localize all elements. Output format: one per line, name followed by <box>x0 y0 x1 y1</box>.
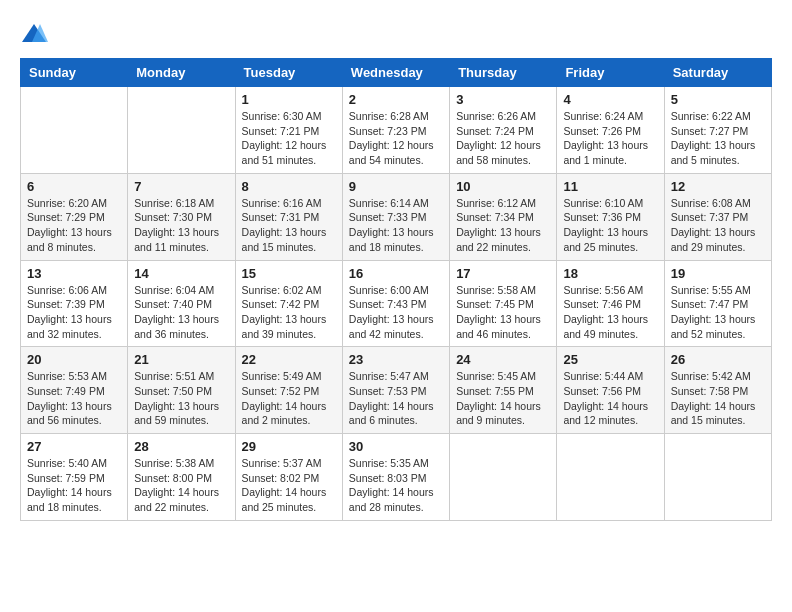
calendar-cell <box>557 434 664 521</box>
day-header-thursday: Thursday <box>450 59 557 87</box>
day-number: 8 <box>242 179 336 194</box>
calendar-cell: 24Sunrise: 5:45 AM Sunset: 7:55 PM Dayli… <box>450 347 557 434</box>
day-info: Sunrise: 6:06 AM Sunset: 7:39 PM Dayligh… <box>27 283 121 342</box>
day-header-wednesday: Wednesday <box>342 59 449 87</box>
calendar-cell: 22Sunrise: 5:49 AM Sunset: 7:52 PM Dayli… <box>235 347 342 434</box>
page-header <box>20 20 772 48</box>
calendar-cell: 15Sunrise: 6:02 AM Sunset: 7:42 PM Dayli… <box>235 260 342 347</box>
calendar-week-5: 27Sunrise: 5:40 AM Sunset: 7:59 PM Dayli… <box>21 434 772 521</box>
calendar-week-3: 13Sunrise: 6:06 AM Sunset: 7:39 PM Dayli… <box>21 260 772 347</box>
calendar-cell: 4Sunrise: 6:24 AM Sunset: 7:26 PM Daylig… <box>557 87 664 174</box>
day-info: Sunrise: 6:02 AM Sunset: 7:42 PM Dayligh… <box>242 283 336 342</box>
day-header-friday: Friday <box>557 59 664 87</box>
day-info: Sunrise: 5:53 AM Sunset: 7:49 PM Dayligh… <box>27 369 121 428</box>
day-info: Sunrise: 6:04 AM Sunset: 7:40 PM Dayligh… <box>134 283 228 342</box>
day-header-sunday: Sunday <box>21 59 128 87</box>
day-info: Sunrise: 6:12 AM Sunset: 7:34 PM Dayligh… <box>456 196 550 255</box>
day-info: Sunrise: 6:16 AM Sunset: 7:31 PM Dayligh… <box>242 196 336 255</box>
day-number: 29 <box>242 439 336 454</box>
day-number: 18 <box>563 266 657 281</box>
day-info: Sunrise: 5:56 AM Sunset: 7:46 PM Dayligh… <box>563 283 657 342</box>
day-number: 14 <box>134 266 228 281</box>
day-number: 22 <box>242 352 336 367</box>
calendar-cell: 1Sunrise: 6:30 AM Sunset: 7:21 PM Daylig… <box>235 87 342 174</box>
day-info: Sunrise: 6:28 AM Sunset: 7:23 PM Dayligh… <box>349 109 443 168</box>
day-number: 1 <box>242 92 336 107</box>
day-info: Sunrise: 5:44 AM Sunset: 7:56 PM Dayligh… <box>563 369 657 428</box>
calendar-cell: 5Sunrise: 6:22 AM Sunset: 7:27 PM Daylig… <box>664 87 771 174</box>
day-number: 12 <box>671 179 765 194</box>
calendar-cell: 7Sunrise: 6:18 AM Sunset: 7:30 PM Daylig… <box>128 173 235 260</box>
calendar-cell <box>450 434 557 521</box>
day-number: 13 <box>27 266 121 281</box>
calendar-cell: 13Sunrise: 6:06 AM Sunset: 7:39 PM Dayli… <box>21 260 128 347</box>
calendar-cell: 19Sunrise: 5:55 AM Sunset: 7:47 PM Dayli… <box>664 260 771 347</box>
calendar-cell: 21Sunrise: 5:51 AM Sunset: 7:50 PM Dayli… <box>128 347 235 434</box>
day-number: 26 <box>671 352 765 367</box>
calendar-cell <box>664 434 771 521</box>
calendar-cell: 8Sunrise: 6:16 AM Sunset: 7:31 PM Daylig… <box>235 173 342 260</box>
day-number: 19 <box>671 266 765 281</box>
day-number: 17 <box>456 266 550 281</box>
day-number: 27 <box>27 439 121 454</box>
day-info: Sunrise: 5:47 AM Sunset: 7:53 PM Dayligh… <box>349 369 443 428</box>
calendar-cell: 27Sunrise: 5:40 AM Sunset: 7:59 PM Dayli… <box>21 434 128 521</box>
calendar-cell: 20Sunrise: 5:53 AM Sunset: 7:49 PM Dayli… <box>21 347 128 434</box>
calendar-cell: 3Sunrise: 6:26 AM Sunset: 7:24 PM Daylig… <box>450 87 557 174</box>
calendar-cell <box>128 87 235 174</box>
calendar-week-4: 20Sunrise: 5:53 AM Sunset: 7:49 PM Dayli… <box>21 347 772 434</box>
logo <box>20 20 52 48</box>
logo-icon <box>20 20 48 48</box>
calendar-table: SundayMondayTuesdayWednesdayThursdayFrid… <box>20 58 772 521</box>
day-info: Sunrise: 5:55 AM Sunset: 7:47 PM Dayligh… <box>671 283 765 342</box>
calendar-cell: 29Sunrise: 5:37 AM Sunset: 8:02 PM Dayli… <box>235 434 342 521</box>
day-info: Sunrise: 6:18 AM Sunset: 7:30 PM Dayligh… <box>134 196 228 255</box>
day-number: 5 <box>671 92 765 107</box>
calendar-cell: 16Sunrise: 6:00 AM Sunset: 7:43 PM Dayli… <box>342 260 449 347</box>
day-info: Sunrise: 6:20 AM Sunset: 7:29 PM Dayligh… <box>27 196 121 255</box>
calendar-cell: 28Sunrise: 5:38 AM Sunset: 8:00 PM Dayli… <box>128 434 235 521</box>
day-number: 10 <box>456 179 550 194</box>
calendar-week-2: 6Sunrise: 6:20 AM Sunset: 7:29 PM Daylig… <box>21 173 772 260</box>
day-info: Sunrise: 5:35 AM Sunset: 8:03 PM Dayligh… <box>349 456 443 515</box>
day-number: 24 <box>456 352 550 367</box>
day-info: Sunrise: 5:45 AM Sunset: 7:55 PM Dayligh… <box>456 369 550 428</box>
calendar-header: SundayMondayTuesdayWednesdayThursdayFrid… <box>21 59 772 87</box>
calendar-cell: 6Sunrise: 6:20 AM Sunset: 7:29 PM Daylig… <box>21 173 128 260</box>
day-info: Sunrise: 6:24 AM Sunset: 7:26 PM Dayligh… <box>563 109 657 168</box>
day-number: 3 <box>456 92 550 107</box>
day-number: 23 <box>349 352 443 367</box>
day-info: Sunrise: 5:58 AM Sunset: 7:45 PM Dayligh… <box>456 283 550 342</box>
day-info: Sunrise: 5:42 AM Sunset: 7:58 PM Dayligh… <box>671 369 765 428</box>
day-info: Sunrise: 6:08 AM Sunset: 7:37 PM Dayligh… <box>671 196 765 255</box>
day-number: 21 <box>134 352 228 367</box>
calendar-body: 1Sunrise: 6:30 AM Sunset: 7:21 PM Daylig… <box>21 87 772 521</box>
day-info: Sunrise: 6:26 AM Sunset: 7:24 PM Dayligh… <box>456 109 550 168</box>
calendar-cell: 25Sunrise: 5:44 AM Sunset: 7:56 PM Dayli… <box>557 347 664 434</box>
calendar-week-1: 1Sunrise: 6:30 AM Sunset: 7:21 PM Daylig… <box>21 87 772 174</box>
day-number: 28 <box>134 439 228 454</box>
calendar-cell: 9Sunrise: 6:14 AM Sunset: 7:33 PM Daylig… <box>342 173 449 260</box>
day-info: Sunrise: 6:10 AM Sunset: 7:36 PM Dayligh… <box>563 196 657 255</box>
calendar-cell: 11Sunrise: 6:10 AM Sunset: 7:36 PM Dayli… <box>557 173 664 260</box>
day-number: 15 <box>242 266 336 281</box>
day-info: Sunrise: 5:51 AM Sunset: 7:50 PM Dayligh… <box>134 369 228 428</box>
day-info: Sunrise: 5:49 AM Sunset: 7:52 PM Dayligh… <box>242 369 336 428</box>
day-number: 4 <box>563 92 657 107</box>
day-info: Sunrise: 5:40 AM Sunset: 7:59 PM Dayligh… <box>27 456 121 515</box>
calendar-cell: 17Sunrise: 5:58 AM Sunset: 7:45 PM Dayli… <box>450 260 557 347</box>
calendar-cell: 26Sunrise: 5:42 AM Sunset: 7:58 PM Dayli… <box>664 347 771 434</box>
day-header-saturday: Saturday <box>664 59 771 87</box>
day-number: 30 <box>349 439 443 454</box>
day-number: 6 <box>27 179 121 194</box>
calendar-cell: 10Sunrise: 6:12 AM Sunset: 7:34 PM Dayli… <box>450 173 557 260</box>
day-info: Sunrise: 5:37 AM Sunset: 8:02 PM Dayligh… <box>242 456 336 515</box>
day-number: 20 <box>27 352 121 367</box>
calendar-cell: 18Sunrise: 5:56 AM Sunset: 7:46 PM Dayli… <box>557 260 664 347</box>
calendar-cell <box>21 87 128 174</box>
calendar-cell: 2Sunrise: 6:28 AM Sunset: 7:23 PM Daylig… <box>342 87 449 174</box>
day-header-monday: Monday <box>128 59 235 87</box>
calendar-cell: 30Sunrise: 5:35 AM Sunset: 8:03 PM Dayli… <box>342 434 449 521</box>
day-info: Sunrise: 6:14 AM Sunset: 7:33 PM Dayligh… <box>349 196 443 255</box>
calendar-cell: 23Sunrise: 5:47 AM Sunset: 7:53 PM Dayli… <box>342 347 449 434</box>
